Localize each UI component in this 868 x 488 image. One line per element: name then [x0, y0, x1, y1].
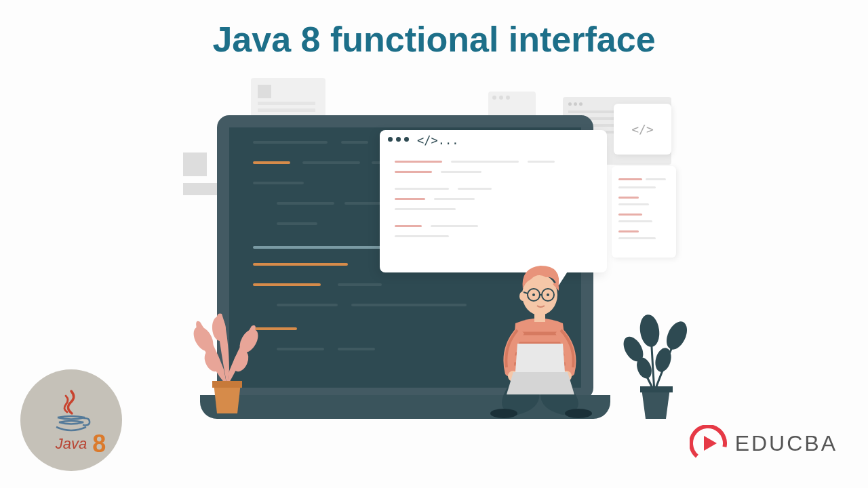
- educba-logo: EDUCBA: [690, 425, 837, 462]
- developer-person-illustration: [458, 256, 624, 422]
- bg-shape-decoration: [183, 152, 207, 176]
- plant-right-decoration: [617, 293, 698, 422]
- code-icon-window: </>: [614, 104, 671, 155]
- plant-left-decoration: [186, 274, 268, 417]
- java8-badge: Java8: [20, 369, 122, 471]
- svg-rect-11: [640, 386, 673, 392]
- window-controls-icon: [388, 137, 409, 142]
- code-speech-bubble: </>...: [380, 130, 607, 272]
- svg-point-13: [565, 409, 592, 418]
- hero-illustration: </>... </>: [170, 78, 698, 437]
- svg-point-7: [663, 319, 691, 353]
- svg-point-23: [532, 293, 535, 296]
- code-window-title: </>...: [417, 134, 458, 147]
- educba-play-icon: [690, 425, 727, 462]
- svg-point-6: [638, 313, 661, 348]
- svg-point-24: [547, 293, 549, 296]
- code-snippet-window: [612, 166, 676, 258]
- java-badge-label: Java8: [56, 435, 87, 453]
- svg-rect-5: [212, 381, 242, 388]
- page-title: Java 8 functional interface: [212, 19, 655, 60]
- java-cup-icon: [51, 388, 92, 435]
- svg-point-12: [490, 409, 517, 418]
- educba-logo-text: EDUCBA: [735, 431, 837, 456]
